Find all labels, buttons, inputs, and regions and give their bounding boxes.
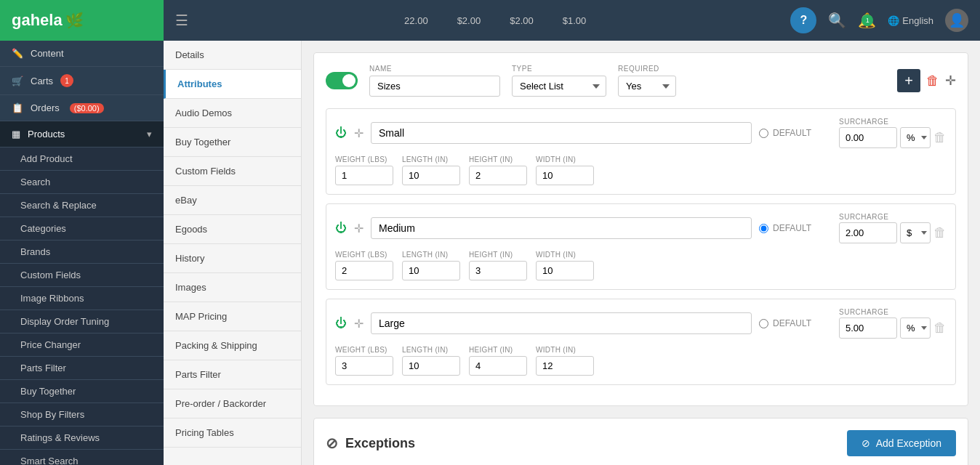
sidebar-sub-parts-filter[interactable]: Parts Filter bbox=[0, 357, 164, 380]
sidebar-sub-price-changer[interactable]: Price Changer bbox=[0, 333, 164, 357]
option-default-medium: DEFAULT bbox=[759, 223, 832, 233]
surcharge-controls-small: % $ 🗑 bbox=[839, 127, 947, 148]
length-group-large: LENGTH (IN) bbox=[402, 346, 460, 376]
weight-input-small[interactable] bbox=[335, 166, 393, 185]
option-drag-small[interactable]: ✛ bbox=[354, 126, 364, 140]
height-input-small[interactable] bbox=[469, 166, 527, 185]
surcharge-label-medium: SURCHARGE bbox=[839, 213, 947, 221]
option-power-medium[interactable]: ⏻ bbox=[335, 222, 347, 235]
sidebar-sub-search-replace[interactable]: Search & Replace bbox=[0, 194, 164, 217]
mid-nav-parts-filter[interactable]: Parts Filter bbox=[164, 360, 301, 389]
delete-attribute-button[interactable]: 🗑 bbox=[926, 73, 939, 89]
type-field-label: TYPE bbox=[512, 65, 606, 73]
mid-nav-attributes[interactable]: Attributes bbox=[164, 70, 301, 99]
sidebar-sub-search[interactable]: Search bbox=[0, 171, 164, 194]
search-icon: 🔍 bbox=[828, 12, 846, 29]
delete-option-large[interactable]: 🗑 bbox=[933, 320, 947, 336]
add-exception-label: Add Exception bbox=[876, 437, 941, 449]
option-name-medium[interactable] bbox=[371, 217, 752, 239]
price-2: $2.00 bbox=[457, 15, 481, 26]
weight-input-medium[interactable] bbox=[335, 261, 393, 280]
exceptions-icon: ⊘ bbox=[326, 434, 338, 452]
sidebar-sub-buy-together[interactable]: Buy Together bbox=[0, 380, 164, 403]
width-input-medium[interactable] bbox=[536, 261, 594, 280]
sidebar-sub-shop-by-filters[interactable]: Shop By Filters bbox=[0, 403, 164, 426]
products-submenu: Add Product Search Search & Replace Cate… bbox=[0, 147, 164, 465]
sidebar-sub-display-order-tuning[interactable]: Display Order Tuning bbox=[0, 310, 164, 333]
logo-leaf-icon: 🌿 bbox=[65, 12, 84, 29]
surcharge-input-small[interactable] bbox=[839, 127, 897, 148]
mid-nav-pre-order-backorder[interactable]: Pre-order / Backorder bbox=[164, 389, 301, 418]
move-attribute-button[interactable]: ✛ bbox=[945, 73, 956, 89]
surcharge-type-small[interactable]: % $ bbox=[900, 127, 931, 148]
language-selector[interactable]: 🌐 English bbox=[888, 15, 933, 26]
sidebar-sub-image-ribbons[interactable]: Image Ribbons bbox=[0, 287, 164, 310]
sidebar-item-label: Orders bbox=[31, 102, 60, 113]
option-default-radio-small[interactable] bbox=[759, 129, 768, 138]
option-power-small[interactable]: ⏻ bbox=[335, 126, 347, 140]
length-input-medium[interactable] bbox=[402, 261, 460, 280]
mid-nav-packing-shipping[interactable]: Packing & Shipping bbox=[164, 331, 301, 360]
option-default-small: DEFAULT bbox=[759, 128, 832, 138]
length-input-large[interactable] bbox=[402, 356, 460, 376]
length-label-medium: LENGTH (IN) bbox=[402, 251, 460, 259]
sidebar-sub-custom-fields[interactable]: Custom Fields bbox=[0, 264, 164, 287]
content-area: NAME TYPE Select List Text Checkbox Colo… bbox=[302, 41, 980, 465]
surcharge-input-medium[interactable] bbox=[839, 222, 897, 243]
type-field-select[interactable]: Select List Text Checkbox Color bbox=[512, 76, 606, 97]
sidebar-sub-add-product[interactable]: Add Product bbox=[0, 147, 164, 171]
content-icon: ✏️ bbox=[12, 48, 23, 59]
mid-nav-buy-together[interactable]: Buy Together bbox=[164, 128, 301, 157]
option-power-large[interactable]: ⏻ bbox=[335, 317, 347, 330]
length-input-small[interactable] bbox=[402, 166, 460, 185]
surcharge-type-large[interactable]: % $ bbox=[900, 318, 931, 339]
option-default-radio-large[interactable] bbox=[759, 319, 768, 328]
option-drag-large[interactable]: ✛ bbox=[354, 317, 364, 331]
width-group-small: WIDTH (IN) bbox=[536, 155, 594, 185]
add-exception-button[interactable]: ⊘ Add Exception bbox=[847, 430, 956, 456]
option-dims-medium: WEIGHT (LBS) LENGTH (IN) HEIGHT (IN) WID… bbox=[335, 251, 947, 280]
width-group-large: WIDTH (IN) bbox=[536, 346, 594, 376]
height-input-large[interactable] bbox=[469, 356, 527, 376]
search-button[interactable]: 🔍 bbox=[828, 12, 846, 29]
sidebar-item-orders[interactable]: 📋 Orders ($0.00) bbox=[0, 95, 164, 121]
mid-nav-map-pricing[interactable]: MAP Pricing bbox=[164, 302, 301, 331]
mid-nav-details[interactable]: Details bbox=[164, 41, 301, 70]
hamburger-button[interactable]: ☰ bbox=[164, 12, 200, 29]
user-avatar[interactable]: 👤 bbox=[945, 9, 968, 32]
attribute-toggle[interactable] bbox=[326, 72, 358, 89]
mid-nav-pricing-tables[interactable]: Pricing Tables bbox=[164, 418, 301, 448]
mid-nav-custom-fields[interactable]: Custom Fields bbox=[164, 157, 301, 186]
add-attribute-button[interactable]: + bbox=[897, 69, 920, 92]
option-drag-medium[interactable]: ✛ bbox=[354, 222, 364, 235]
mid-nav-ebay[interactable]: eBay bbox=[164, 186, 301, 215]
sidebar-sub-ratings-reviews[interactable]: Ratings & Reviews bbox=[0, 426, 164, 450]
sidebar-sub-brands[interactable]: Brands bbox=[0, 240, 164, 264]
width-input-small[interactable] bbox=[536, 166, 594, 185]
height-input-medium[interactable] bbox=[469, 261, 527, 280]
name-field-input[interactable] bbox=[369, 76, 500, 97]
surcharge-type-medium[interactable]: $ % bbox=[900, 222, 931, 243]
mid-nav-images[interactable]: Images bbox=[164, 273, 301, 302]
chevron-down-icon: ▾ bbox=[147, 129, 152, 140]
mid-nav-audio-demos[interactable]: Audio Demos bbox=[164, 99, 301, 128]
weight-label-large: WEIGHT (LBS) bbox=[335, 346, 393, 354]
width-input-large[interactable] bbox=[536, 356, 594, 376]
option-name-large[interactable] bbox=[371, 312, 752, 334]
surcharge-input-large[interactable] bbox=[839, 318, 897, 339]
delete-option-small[interactable]: 🗑 bbox=[933, 130, 947, 145]
help-button[interactable]: ? bbox=[790, 7, 816, 33]
mid-nav-history[interactable]: History bbox=[164, 244, 301, 273]
attribute-header: NAME TYPE Select List Text Checkbox Colo… bbox=[326, 65, 956, 97]
sidebar-item-products[interactable]: ▦ Products ▾ bbox=[0, 121, 164, 147]
sidebar-item-content[interactable]: ✏️ Content bbox=[0, 41, 164, 67]
required-field-select[interactable]: Yes No bbox=[618, 76, 676, 97]
weight-input-large[interactable] bbox=[335, 356, 393, 376]
sidebar-item-carts[interactable]: 🛒 Carts 1 bbox=[0, 67, 164, 95]
option-name-small[interactable] bbox=[371, 122, 752, 144]
sidebar-sub-smart-search[interactable]: Smart Search bbox=[0, 450, 164, 465]
delete-option-medium[interactable]: 🗑 bbox=[933, 225, 947, 240]
option-default-radio-medium[interactable] bbox=[759, 224, 768, 233]
mid-nav-egoods[interactable]: Egoods bbox=[164, 215, 301, 244]
sidebar-sub-categories[interactable]: Categories bbox=[0, 217, 164, 240]
